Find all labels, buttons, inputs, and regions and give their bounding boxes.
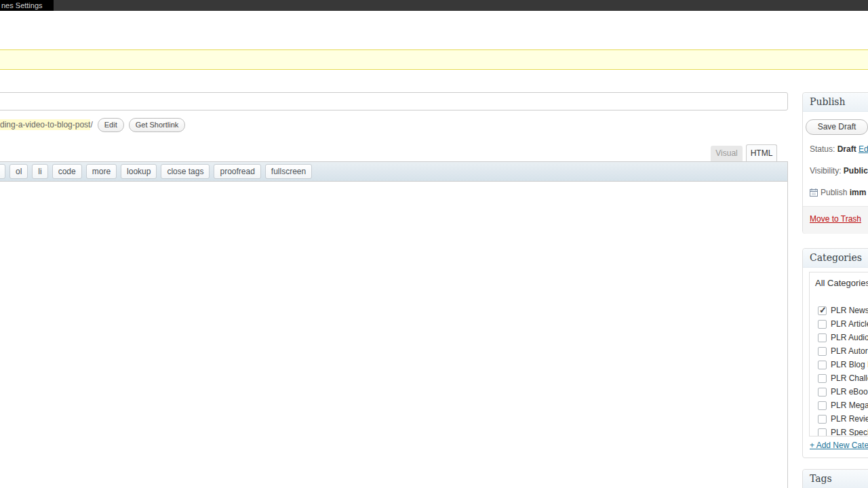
categories-panel: All Categories PLR News PLR Article PLR … xyxy=(809,272,868,436)
publish-actions-footer: Move to Trash xyxy=(803,206,868,234)
quicktags-toolbar: ul ol li code more lookup close tags pro… xyxy=(0,162,787,182)
get-shortlink-button[interactable]: Get Shortlink xyxy=(129,118,186,132)
status-value: Draft xyxy=(837,144,856,154)
tags-metabox: Tags xyxy=(802,469,868,488)
update-notice-banner xyxy=(0,49,868,70)
tab-all-categories[interactable]: All Categories xyxy=(810,272,868,289)
quicktag-ul-button[interactable]: ul xyxy=(0,164,5,179)
category-checkbox[interactable] xyxy=(818,320,827,329)
permalink-slug: ding-a-video-to-blog-post xyxy=(0,119,90,130)
tab-html[interactable]: HTML xyxy=(746,144,777,162)
quicktag-lookup-button[interactable]: lookup xyxy=(121,164,157,179)
quicktag-ol-button[interactable]: ol xyxy=(9,164,28,179)
category-item[interactable]: PLR Autore xyxy=(810,344,868,358)
post-title-input[interactable] xyxy=(0,92,788,110)
permalink-row: ding-a-video-to-blog-post / Edit Get Sho… xyxy=(0,117,185,132)
schedule-label: Publish xyxy=(821,188,847,197)
tags-metabox-header[interactable]: Tags xyxy=(803,470,868,488)
topbar-menu-item-settings[interactable]: nes Settings xyxy=(0,0,54,11)
visibility-row: Visibility: Public xyxy=(810,166,868,176)
category-label[interactable]: PLR Specia xyxy=(831,428,868,436)
schedule-value: imm xyxy=(850,188,867,197)
schedule-row: Publish imm xyxy=(810,188,866,199)
category-item[interactable]: PLR Mega xyxy=(810,399,868,412)
publish-metabox-header[interactable]: Publish xyxy=(803,93,868,112)
category-label[interactable]: PLR Audio xyxy=(831,333,868,342)
wordpress-post-editor-screen: nes Settings ding-a-video-to-blog-post /… xyxy=(0,0,868,488)
categories-metabox-header[interactable]: Categories xyxy=(803,249,868,268)
category-label[interactable]: PLR Article xyxy=(831,319,868,329)
category-checkbox[interactable] xyxy=(818,415,827,424)
edit-status-link[interactable]: Ed xyxy=(859,144,868,154)
tab-visual[interactable]: Visual xyxy=(711,146,743,161)
quicktag-li-button[interactable]: li xyxy=(32,164,47,179)
category-label[interactable]: PLR Autore xyxy=(831,346,868,356)
status-row: Status: Draft Ed xyxy=(810,144,868,154)
save-draft-button[interactable]: Save Draft xyxy=(806,119,868,135)
category-checkbox[interactable] xyxy=(818,347,827,356)
category-label[interactable]: PLR Blog F xyxy=(831,360,868,369)
category-checkbox[interactable] xyxy=(818,361,827,369)
category-item[interactable]: PLR eBook xyxy=(810,385,868,399)
category-item[interactable]: PLR Article xyxy=(810,317,868,331)
category-label[interactable]: PLR News xyxy=(831,306,868,315)
category-label[interactable]: PLR eBook xyxy=(831,387,868,396)
category-checkbox[interactable] xyxy=(818,374,827,383)
category-item[interactable]: PLR Specia xyxy=(810,426,868,436)
move-to-trash-link[interactable]: Move to Trash xyxy=(810,214,861,224)
calendar-icon xyxy=(810,188,818,199)
category-item[interactable]: PLR Review xyxy=(810,412,868,426)
category-checkbox[interactable] xyxy=(818,401,827,410)
category-checkbox[interactable] xyxy=(818,428,827,437)
admin-top-bar: nes Settings xyxy=(0,0,868,11)
publish-metabox: Publish Save Draft Status: Draft Ed Visi… xyxy=(802,92,868,234)
category-checklist: PLR News PLR Article PLR Audio PLR Autor… xyxy=(810,304,868,436)
category-item[interactable]: PLR Blog F xyxy=(810,358,868,371)
category-item[interactable]: PLR News xyxy=(810,304,868,317)
content-editor-box: ul ol li code more lookup close tags pro… xyxy=(0,161,788,488)
category-label[interactable]: PLR Mega xyxy=(831,401,868,410)
category-label[interactable]: PLR Challe xyxy=(831,373,868,383)
quicktag-code-button[interactable]: code xyxy=(52,164,82,179)
permalink-slug-suffix: / xyxy=(90,120,92,129)
quicktag-more-button[interactable]: more xyxy=(86,164,117,179)
category-checkbox[interactable] xyxy=(818,333,827,342)
visibility-value: Public xyxy=(844,166,868,176)
category-label[interactable]: PLR Review xyxy=(831,414,868,424)
category-checkbox[interactable] xyxy=(818,388,827,396)
category-item[interactable]: PLR Audio xyxy=(810,331,868,344)
categories-metabox: Categories All Categories PLR News PLR A… xyxy=(802,248,868,458)
status-label: Status: xyxy=(810,144,835,154)
quicktag-proofread-button[interactable]: proofread xyxy=(214,164,260,179)
quicktag-fullscreen-button[interactable]: fullscreen xyxy=(265,164,312,179)
add-new-category-link[interactable]: + Add New Cate xyxy=(810,441,868,450)
quicktag-close-tags-button[interactable]: close tags xyxy=(161,164,210,179)
category-checkbox-checked[interactable] xyxy=(818,306,827,315)
visibility-label: Visibility: xyxy=(810,166,841,176)
category-item[interactable]: PLR Challe xyxy=(810,371,868,385)
post-content-textarea[interactable] xyxy=(0,182,787,480)
edit-permalink-button[interactable]: Edit xyxy=(98,118,124,132)
